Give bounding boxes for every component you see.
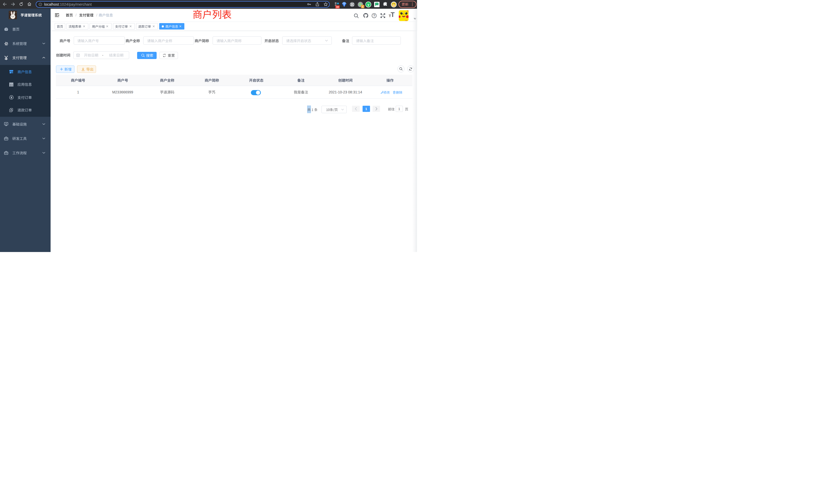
svg-text:?: ? <box>373 14 375 18</box>
svg-text:y: y <box>368 3 370 6</box>
